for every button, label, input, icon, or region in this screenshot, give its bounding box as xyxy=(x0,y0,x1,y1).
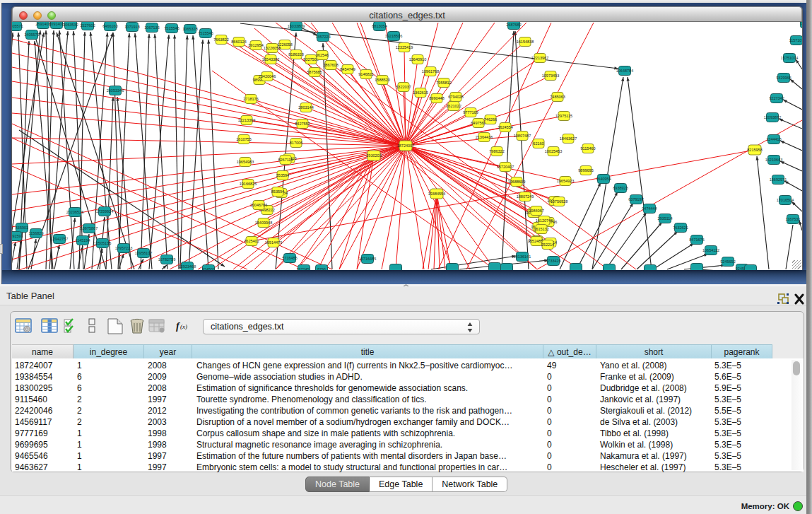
svg-text:12325419: 12325419 xyxy=(396,45,413,49)
svg-text:8454749: 8454749 xyxy=(340,67,355,71)
svg-text:9777169: 9777169 xyxy=(463,110,478,115)
svg-text:1621022: 1621022 xyxy=(446,104,461,108)
svg-text:8990448: 8990448 xyxy=(429,96,444,100)
svg-text:10961768: 10961768 xyxy=(422,69,439,74)
svg-text:9474444: 9474444 xyxy=(642,206,657,211)
svg-text:6794028: 6794028 xyxy=(448,95,463,99)
svg-text:7632621: 7632621 xyxy=(673,226,688,230)
svg-text:1065328: 1065328 xyxy=(182,27,197,31)
svg-text:16543382: 16543382 xyxy=(262,57,279,62)
svg-text:1405571: 1405571 xyxy=(12,24,23,28)
svg-text:97245: 97245 xyxy=(298,267,309,270)
svg-text:12505135: 12505135 xyxy=(94,241,111,245)
svg-text:1145194: 1145194 xyxy=(75,238,90,243)
svg-text:7625402: 7625402 xyxy=(244,239,259,243)
svg-text:18463627: 18463627 xyxy=(560,136,577,141)
svg-text:10654112: 10654112 xyxy=(702,248,719,252)
svg-text:8215958: 8215958 xyxy=(747,148,762,152)
svg-text:746266: 746266 xyxy=(484,117,497,122)
svg-text:8813054: 8813054 xyxy=(372,24,387,28)
svg-text:19384554: 19384554 xyxy=(428,192,445,196)
svg-text:2091406: 2091406 xyxy=(49,22,64,26)
svg-text:853594: 853594 xyxy=(271,189,284,194)
svg-text:11122: 11122 xyxy=(801,22,802,25)
svg-text:10807487: 10807487 xyxy=(514,134,531,138)
svg-text:16210643: 16210643 xyxy=(765,158,782,162)
svg-text:8796: 8796 xyxy=(317,267,326,270)
svg-text:1733426: 1733426 xyxy=(546,259,560,263)
svg-text:2930203: 2930203 xyxy=(366,153,381,158)
svg-text:1244415: 1244415 xyxy=(766,137,781,141)
svg-text:23420046: 23420046 xyxy=(259,74,276,78)
svg-text:15692971: 15692971 xyxy=(770,177,787,182)
svg-text:12942757: 12942757 xyxy=(51,237,68,241)
svg-text:9146821: 9146821 xyxy=(358,72,373,76)
svg-text:9115460: 9115460 xyxy=(580,146,595,151)
svg-text:19218506: 19218506 xyxy=(385,34,402,38)
svg-text:3624554: 3624554 xyxy=(498,125,512,129)
svg-text:835901: 835901 xyxy=(16,226,28,230)
svg-text:1527602: 1527602 xyxy=(80,23,95,28)
svg-text:7515546: 7515546 xyxy=(198,31,213,35)
svg-text:16914479: 16914479 xyxy=(265,240,282,245)
svg-text:5716485: 5716485 xyxy=(282,256,297,260)
svg-text:10958107: 10958107 xyxy=(135,251,152,255)
svg-text:6379197: 6379197 xyxy=(628,197,643,201)
svg-text:1588520: 1588520 xyxy=(375,78,389,82)
svg-text:62160: 62160 xyxy=(533,141,543,146)
svg-text:8938923: 8938923 xyxy=(613,186,628,190)
svg-text:19166825: 19166825 xyxy=(240,182,257,186)
svg-text:7986322: 7986322 xyxy=(489,149,504,153)
svg-text:1067135: 1067135 xyxy=(144,25,159,30)
svg-text:12213967: 12213967 xyxy=(531,56,548,60)
svg-text:362546: 362546 xyxy=(316,53,329,57)
svg-text:21364436: 21364436 xyxy=(476,135,493,139)
svg-text:39159: 39159 xyxy=(12,234,21,238)
svg-text:8427552: 8427552 xyxy=(295,122,310,126)
svg-text:16782759: 16782759 xyxy=(158,257,175,262)
svg-text:9084067: 9084067 xyxy=(529,209,543,213)
svg-text:1640954: 1640954 xyxy=(596,177,611,181)
svg-text:10046786: 10046786 xyxy=(250,203,267,207)
svg-text:1157107: 1157107 xyxy=(789,38,802,42)
svg-text:817006: 817006 xyxy=(290,141,302,145)
svg-text:8267115: 8267115 xyxy=(278,158,293,162)
svg-text:17957223: 17957223 xyxy=(115,246,132,250)
svg-text:1156829: 1156829 xyxy=(28,231,43,235)
svg-text:9329966: 9329966 xyxy=(776,76,791,80)
svg-text:(x): (x) xyxy=(180,323,187,330)
svg-text:17016504: 17016504 xyxy=(777,198,794,202)
svg-text:9327508: 9327508 xyxy=(303,57,318,62)
svg-text:15751074: 15751074 xyxy=(781,56,798,60)
svg-text:8660124: 8660124 xyxy=(231,40,246,44)
svg-text:13640910: 13640910 xyxy=(409,57,426,62)
svg-text:10975867: 10975867 xyxy=(81,226,98,230)
svg-text:18724007: 18724007 xyxy=(397,144,414,148)
svg-text:7515546: 7515546 xyxy=(164,26,179,30)
svg-text:2935114: 2935114 xyxy=(657,216,672,221)
svg-text:8186328: 8186328 xyxy=(288,52,303,57)
svg-text:2718176: 2718176 xyxy=(243,97,258,101)
svg-text:2803144: 2803144 xyxy=(298,105,313,110)
svg-text:12923468: 12923468 xyxy=(179,264,196,269)
svg-text:26053346: 26053346 xyxy=(107,88,124,93)
svg-text:1362615: 1362615 xyxy=(413,90,428,95)
svg-text:10025453: 10025453 xyxy=(545,149,562,153)
svg-text:924502: 924502 xyxy=(202,267,215,270)
svg-text:17359924: 17359924 xyxy=(96,209,113,214)
svg-text:10648784: 10648784 xyxy=(616,69,633,73)
svg-text:15409948: 15409948 xyxy=(255,221,272,225)
svg-text:16154838: 16154838 xyxy=(517,40,534,44)
svg-text:7663822: 7663822 xyxy=(213,37,228,42)
svg-text:1167531: 1167531 xyxy=(785,217,800,221)
svg-text:12975115: 12975115 xyxy=(555,114,572,118)
svg-text:7955812: 7955812 xyxy=(436,81,451,85)
svg-text:15716485: 15716485 xyxy=(359,257,376,261)
svg-text:9245652: 9245652 xyxy=(720,259,735,264)
svg-text:12213369: 12213369 xyxy=(238,118,255,122)
svg-text:18807249: 18807249 xyxy=(517,194,534,199)
svg-text:353594: 353594 xyxy=(276,173,289,177)
svg-text:10756928: 10756928 xyxy=(551,199,567,204)
svg-text:1063532: 1063532 xyxy=(63,23,78,27)
svg-text:12093872: 12093872 xyxy=(764,115,781,119)
